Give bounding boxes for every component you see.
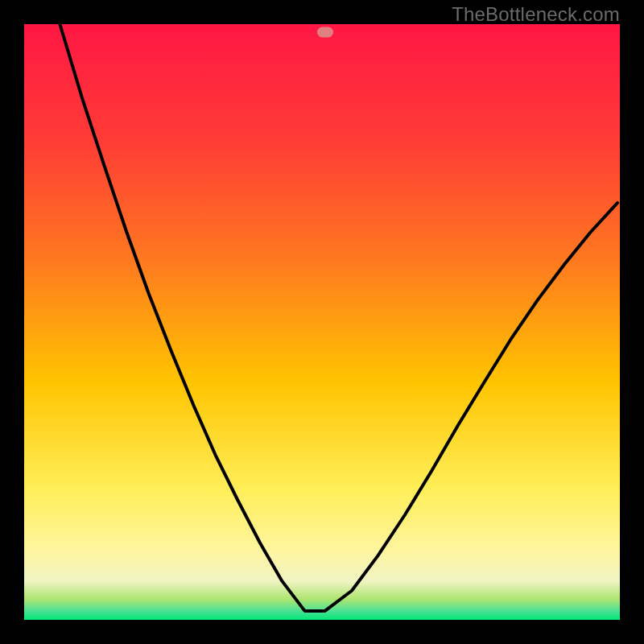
minimum-marker xyxy=(317,27,333,38)
bottleneck-curve xyxy=(24,24,620,620)
chart-stage: TheBottleneck.com xyxy=(0,0,644,644)
watermark-text: TheBottleneck.com xyxy=(452,3,620,26)
plot-area xyxy=(24,24,620,620)
